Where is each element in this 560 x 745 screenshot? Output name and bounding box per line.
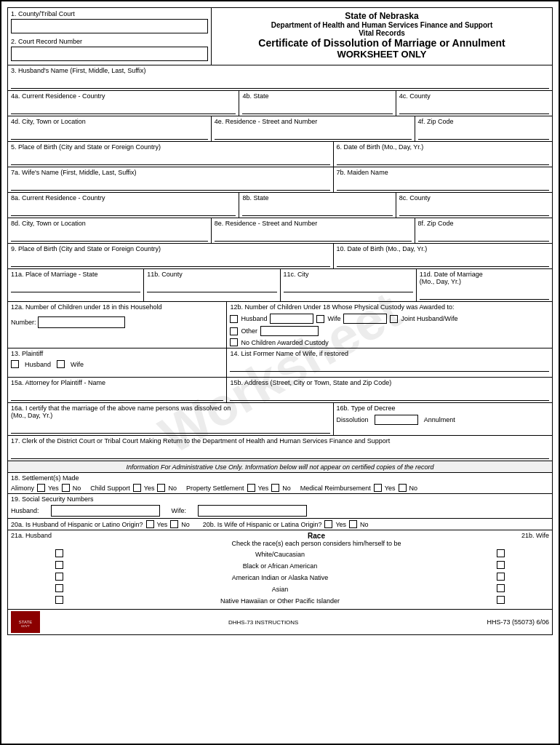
race1-husband-check[interactable]: [55, 549, 63, 557]
f11a-label: 11a. Place of Marriage - State: [11, 271, 140, 278]
f12b-none-check[interactable]: [230, 338, 238, 346]
f18-med-no-check[interactable]: [399, 484, 407, 492]
f14-label: 14. List Former Name of Wife, if restore…: [230, 350, 549, 357]
f14-input[interactable]: [230, 359, 549, 372]
race5-husband-check[interactable]: [55, 596, 63, 604]
f8f-input[interactable]: [418, 228, 550, 242]
f21a-label: 21a. Husband: [11, 532, 142, 547]
f12b-other-check[interactable]: [230, 327, 238, 335]
f11c-label: 11c. City: [284, 271, 413, 278]
f4b-label: 4b. State: [242, 92, 392, 100]
f18-yes1-label: Yes: [48, 485, 59, 492]
race1-label: White/Caucasian: [69, 551, 491, 558]
f16b-annulment-label: Annulment: [424, 416, 455, 423]
f13-husband-check[interactable]: [11, 360, 19, 368]
race3-wife-check[interactable]: [497, 573, 505, 581]
f4d-input[interactable]: [11, 127, 208, 140]
f8e-input[interactable]: [215, 228, 412, 242]
f6-input[interactable]: [337, 152, 549, 165]
f12b-label: 12b. Number of Children Under 18 Whose P…: [230, 303, 549, 311]
f12b-other-input[interactable]: [260, 326, 319, 336]
f20b-label: 20b. Is Wife of Hispanic or Latina Origi…: [203, 521, 322, 528]
race4-wife-check[interactable]: [497, 584, 505, 592]
county-tribal-input[interactable]: [11, 19, 208, 33]
f20b-yes-check[interactable]: [324, 520, 332, 528]
f9-input[interactable]: [11, 254, 330, 267]
f19-wife-input[interactable]: [198, 505, 307, 517]
cert-title: Certificate of Dissolution of Marriage o…: [217, 37, 546, 49]
f8d-input[interactable]: [11, 228, 208, 242]
f18-child-no-check[interactable]: [157, 484, 165, 492]
f19-wife-label: Wife:: [172, 507, 187, 514]
f12b-other-label: Other: [241, 327, 257, 335]
f7b-input[interactable]: [337, 178, 549, 191]
f20b-no-label: No: [360, 521, 369, 528]
race2-husband-check[interactable]: [55, 561, 63, 569]
f16a-sub: (Mo., Day, Yr.): [11, 412, 330, 419]
f5-input[interactable]: [11, 152, 330, 165]
court-record-input[interactable]: [11, 47, 208, 61]
f11d-sub: (Mo., Day, Yr.): [420, 278, 549, 285]
f11a-input[interactable]: [11, 279, 140, 292]
f8c-input[interactable]: [399, 203, 549, 216]
f18-alimony-no-check[interactable]: [62, 484, 70, 492]
f12b-husband-label: Husband: [241, 315, 267, 322]
f12b-wife-check[interactable]: [316, 315, 324, 323]
race-title: Race: [142, 532, 491, 540]
f13-wife-check[interactable]: [57, 360, 65, 368]
f4e-input[interactable]: [215, 127, 412, 140]
f18-child-yes-check[interactable]: [133, 484, 141, 492]
f18-prop-no-check[interactable]: [271, 484, 279, 492]
f4c-input[interactable]: [399, 101, 549, 114]
f12b-joint-check[interactable]: [390, 315, 398, 323]
race1-wife-check[interactable]: [497, 549, 505, 557]
f15b-input[interactable]: [230, 388, 549, 401]
f18-alimony-yes-check[interactable]: [37, 484, 45, 492]
f8b-input[interactable]: [242, 203, 392, 216]
f20b-no-check[interactable]: [349, 520, 357, 528]
f18-med-label: Medical Reimbursement: [300, 485, 371, 492]
f12b-wife-input[interactable]: [343, 314, 387, 324]
f18-no2-label: No: [168, 485, 177, 492]
f4a-input[interactable]: [11, 101, 236, 114]
race2-wife-check[interactable]: [497, 561, 505, 569]
f16b-dissolution-input[interactable]: [375, 415, 418, 425]
f18-no4-label: No: [409, 485, 418, 492]
f4f-input[interactable]: [418, 127, 550, 140]
f18-yes4-label: Yes: [385, 485, 396, 492]
f20a-no-check[interactable]: [170, 520, 178, 528]
f3-input[interactable]: [11, 76, 549, 89]
f11c-input[interactable]: [284, 279, 413, 292]
f12b-none-label: No Children Awarded Custody: [241, 339, 328, 346]
f7a-input[interactable]: [11, 178, 330, 191]
f11d-input[interactable]: [420, 287, 549, 300]
f15b-label: 15b. Address (Street, City or Town, Stat…: [230, 379, 549, 386]
f8d-label: 8d. City, Town or Location: [11, 220, 208, 227]
race3-husband-check[interactable]: [55, 573, 63, 581]
f16b-label: 16b. Type of Decree: [337, 405, 549, 412]
race4-husband-check[interactable]: [55, 584, 63, 592]
f20a-yes-check[interactable]: [146, 520, 154, 528]
f12a-input[interactable]: [38, 316, 125, 328]
f10-input[interactable]: [337, 254, 549, 267]
f11b-input[interactable]: [147, 279, 276, 292]
f20b-yes-label: Yes: [335, 521, 346, 528]
f8a-input[interactable]: [11, 203, 236, 216]
race4-label: Asian: [69, 586, 491, 593]
f16a-input[interactable]: [11, 421, 330, 434]
f3-label: 3. Husband's Name (First, Middle, Last, …: [11, 67, 549, 74]
f17-input[interactable]: [11, 446, 549, 459]
f18-med-yes-check[interactable]: [374, 484, 382, 492]
f12b-husband-input[interactable]: [270, 314, 313, 324]
f12b-husband-check[interactable]: [230, 315, 238, 323]
f18-yes3-label: Yes: [258, 485, 269, 492]
f19-husband-input[interactable]: [51, 505, 160, 517]
f7a-label: 7a. Wife's Name (First, Middle, Last, Su…: [11, 169, 330, 176]
f12b-joint-label: Joint Husband/Wife: [401, 315, 457, 322]
f8e-label: 8e. Residence - Street and Number: [215, 220, 412, 227]
f15a-input[interactable]: [11, 388, 223, 401]
svg-text:GOV'T: GOV'T: [21, 624, 31, 628]
f18-prop-yes-check[interactable]: [247, 484, 255, 492]
f4b-input[interactable]: [242, 101, 392, 114]
race5-wife-check[interactable]: [497, 596, 505, 604]
